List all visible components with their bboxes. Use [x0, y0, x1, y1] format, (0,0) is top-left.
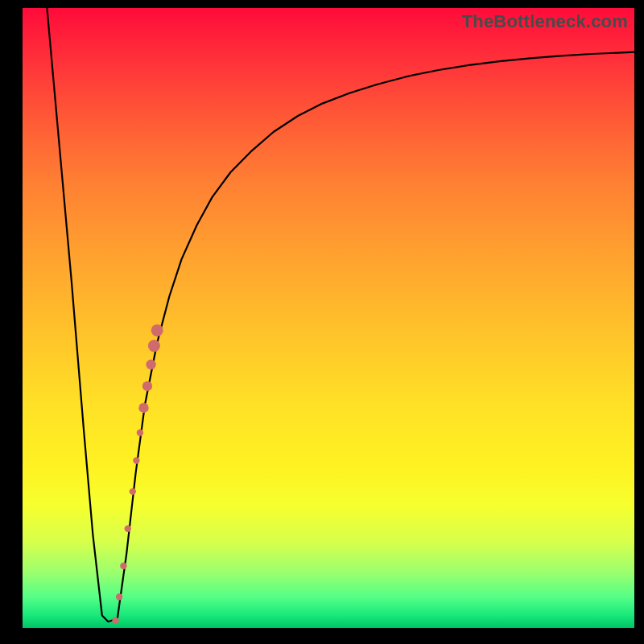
- plot-area: TheBottleneck.com: [23, 8, 634, 628]
- chart-overlay: [23, 8, 634, 628]
- marker-point: [138, 403, 148, 413]
- marker-point: [120, 563, 126, 569]
- marker-point: [137, 429, 143, 436]
- marker-point: [130, 488, 136, 494]
- marker-point: [148, 340, 160, 352]
- chart-frame: TheBottleneck.com: [0, 0, 644, 644]
- marker-point: [146, 360, 155, 369]
- marker-point: [125, 526, 131, 532]
- marker-point: [151, 324, 163, 336]
- marker-point: [142, 382, 152, 391]
- marker-point: [116, 593, 122, 600]
- marker-point: [112, 617, 118, 624]
- bottleneck-curve: [47, 8, 634, 621]
- marker-point: [133, 457, 139, 464]
- highlight-markers: [112, 324, 163, 624]
